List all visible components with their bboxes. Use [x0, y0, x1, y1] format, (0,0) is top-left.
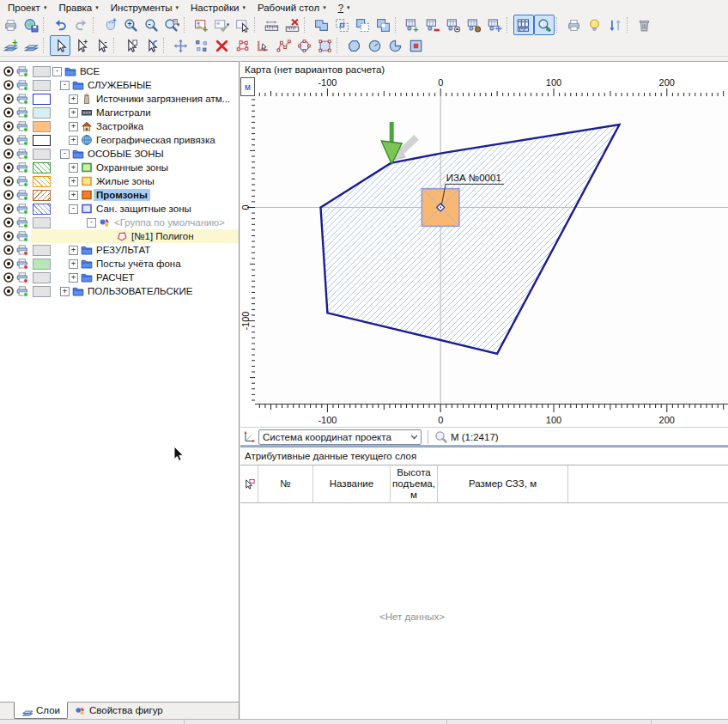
- print-toggle-icon[interactable]: [15, 148, 29, 160]
- delete-shape-button[interactable]: [211, 35, 232, 56]
- map-canvas[interactable]: ИЗА №0001: [255, 96, 728, 404]
- collapse-box[interactable]: -: [60, 81, 70, 90]
- edit-circle-button[interactable]: [294, 35, 314, 56]
- coordinate-system-select[interactable]: Система координат проекта: [258, 429, 422, 445]
- column-header[interactable]: Высота подъема, м: [391, 465, 438, 502]
- select-prev-button[interactable]: [141, 35, 161, 56]
- print-toggle-icon[interactable]: [15, 285, 29, 297]
- visibility-eye-icon[interactable]: [2, 134, 15, 146]
- layer-color-swatch[interactable]: [33, 259, 51, 270]
- layer-label[interactable]: РАСЧЕТ: [94, 271, 137, 283]
- visibility-eye-icon[interactable]: [2, 230, 15, 242]
- object-add-button[interactable]: +: [191, 15, 211, 35]
- xor-button[interactable]: [373, 15, 393, 35]
- menu-item-5[interactable]: ?▾: [332, 3, 356, 13]
- layer-label[interactable]: Промзоны: [94, 189, 150, 201]
- menu-item-2[interactable]: Инструменты▾: [105, 3, 185, 13]
- menu-item-4[interactable]: Рабочий стол▾: [252, 3, 332, 13]
- intersect-button[interactable]: [331, 15, 352, 35]
- measure-button[interactable]: [261, 15, 282, 35]
- layer-color-swatch[interactable]: [33, 121, 51, 132]
- grid-show-button[interactable]: [443, 15, 464, 35]
- print-button[interactable]: [563, 15, 584, 35]
- layer-label[interactable]: <Группа по умолчанию>: [112, 216, 228, 228]
- layer-color-swatch[interactable]: [33, 286, 51, 297]
- visibility-eye-icon[interactable]: [2, 175, 15, 187]
- layer-label[interactable]: Сан. защитные зоны: [94, 203, 194, 215]
- zoom-out-button[interactable]: -: [141, 15, 161, 35]
- layer-label[interactable]: Жилые зоны: [94, 175, 157, 187]
- column-header[interactable]: Название: [313, 465, 391, 502]
- layer-label[interactable]: Посты учёта фона: [94, 258, 184, 270]
- select-add-button[interactable]: +: [70, 35, 91, 56]
- union-button[interactable]: [311, 15, 331, 35]
- draw-frame-button[interactable]: [405, 35, 426, 56]
- draw-sector-button[interactable]: [385, 35, 405, 56]
- expand-box[interactable]: +: [69, 273, 78, 283]
- layer-label[interactable]: ОСОБЫЕ ЗОНЫ: [85, 148, 167, 160]
- grid-fill-button[interactable]: [464, 15, 484, 35]
- hints-toggle[interactable]: [584, 15, 604, 35]
- expand-box[interactable]: +: [69, 177, 78, 186]
- layer-label[interactable]: Географическая привязка: [94, 134, 218, 146]
- layer-label[interactable]: Источники загрязнения атм...: [94, 93, 233, 105]
- layer-color-swatch[interactable]: [33, 80, 51, 91]
- dropdown-arrow-icon[interactable]: ▾: [177, 21, 180, 28]
- print-toggle-icon[interactable]: [15, 216, 29, 228]
- print-toggle-icon[interactable]: [15, 161, 29, 173]
- draw-polygon-button[interactable]: [343, 35, 364, 56]
- edit-nodes-button[interactable]: [191, 35, 211, 56]
- expand-box[interactable]: +: [69, 122, 78, 131]
- edit-polyline-button[interactable]: [273, 35, 294, 56]
- sanitary-zone-polygon[interactable]: [321, 125, 620, 354]
- layers-button[interactable]: [21, 35, 41, 56]
- expand-box[interactable]: +: [69, 94, 78, 104]
- expand-box[interactable]: +: [69, 259, 78, 269]
- expand-box[interactable]: +: [69, 191, 78, 200]
- visibility-eye-icon[interactable]: [2, 106, 15, 119]
- print-toggle-icon[interactable]: [15, 203, 29, 215]
- print-toggle-icon[interactable]: [15, 271, 29, 283]
- print-toggle-icon[interactable]: [15, 120, 29, 132]
- layer-label[interactable]: Застройка: [94, 120, 146, 132]
- visibility-eye-icon[interactable]: [2, 148, 15, 160]
- visibility-eye-icon[interactable]: [2, 79, 15, 91]
- visibility-eye-icon[interactable]: [2, 161, 15, 173]
- expand-box[interactable]: +: [69, 163, 78, 173]
- print-toggle-icon[interactable]: [15, 258, 29, 270]
- zoom-to-selection-toggle[interactable]: [534, 15, 555, 35]
- layer-label[interactable]: СЛУЖЕБНЫЕ: [85, 79, 155, 91]
- layer-color-swatch[interactable]: [33, 107, 51, 119]
- column-header[interactable]: №: [258, 465, 313, 502]
- subtract-button[interactable]: [352, 15, 373, 35]
- edit-region-button[interactable]: [314, 35, 335, 56]
- layer-color-swatch[interactable]: [33, 94, 51, 105]
- visibility-eye-icon[interactable]: [2, 65, 15, 77]
- redo-button[interactable]: [70, 15, 91, 35]
- grid-move-button[interactable]: [484, 15, 505, 35]
- expand-box[interactable]: +: [60, 287, 70, 296]
- menu-item-0[interactable]: Проект▾: [2, 3, 52, 13]
- print-toggle-icon[interactable]: [15, 244, 29, 256]
- save-map-image-button[interactable]: [21, 15, 41, 35]
- column-header[interactable]: Размер СЗЗ, м: [438, 465, 568, 502]
- layer-label[interactable]: Охранные зоны: [94, 161, 171, 173]
- print-map-button[interactable]: [0, 15, 21, 35]
- layer-color-swatch[interactable]: [33, 272, 51, 283]
- layer-color-swatch[interactable]: [33, 190, 51, 201]
- layer-label[interactable]: РЕЗУЛЬТАТ: [94, 244, 153, 256]
- print-toggle-icon[interactable]: [15, 189, 29, 201]
- object-select-button[interactable]: [232, 15, 252, 35]
- select-rect-button[interactable]: [120, 35, 141, 56]
- layer-color-swatch[interactable]: [33, 204, 51, 215]
- collapse-box[interactable]: -: [52, 67, 62, 76]
- print-toggle-icon[interactable]: [15, 134, 29, 146]
- layer-label[interactable]: Магистрали: [94, 106, 154, 119]
- layer-label[interactable]: [№1] Полигон: [129, 230, 197, 242]
- layer-color-swatch[interactable]: [33, 135, 51, 146]
- layer-color-swatch[interactable]: [33, 162, 51, 173]
- clear-all-button[interactable]: [634, 15, 654, 35]
- order-button[interactable]: [604, 15, 625, 35]
- visibility-eye-icon[interactable]: [2, 244, 15, 256]
- grid-remove-button[interactable]: [422, 15, 443, 35]
